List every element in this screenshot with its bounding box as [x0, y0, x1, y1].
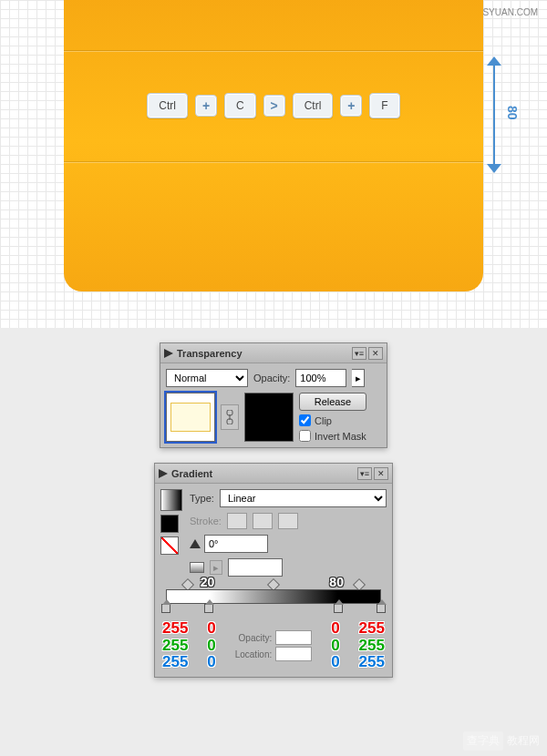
- chevron-right-icon: >: [263, 95, 285, 117]
- panel-header[interactable]: Transparency ▾≡ ✕: [160, 343, 387, 363]
- gradient-type-select[interactable]: Linear: [220, 489, 387, 507]
- link-mask-icon[interactable]: [221, 404, 239, 430]
- stroke-none-swatch[interactable]: [160, 536, 179, 555]
- dimension-value: 80: [505, 106, 520, 120]
- invert-mask-checkbox-input[interactable]: [299, 430, 311, 442]
- gradient-stop[interactable]: [204, 604, 213, 613]
- panel-header[interactable]: Gradient ▾≡ ✕: [155, 464, 392, 484]
- orange-card-shape[interactable]: Ctrl + C > Ctrl + F: [64, 0, 483, 291]
- stop-3-rgb: 0 0 0: [331, 620, 339, 671]
- opacity-input[interactable]: [295, 369, 346, 387]
- aspect-input[interactable]: [228, 558, 283, 577]
- angle-input[interactable]: [204, 535, 268, 553]
- collapse-triangle-icon[interactable]: [164, 349, 173, 358]
- watermark-sub: 教程网: [507, 733, 540, 749]
- panel-menu-icon[interactable]: ▾≡: [357, 467, 372, 480]
- stop-2-rgb: 0 0 0: [207, 620, 215, 671]
- type-label: Type:: [190, 493, 214, 504]
- panel-menu-icon[interactable]: ▾≡: [352, 347, 366, 360]
- gradient-stop[interactable]: [377, 604, 386, 613]
- stop-location-input[interactable]: [275, 647, 312, 661]
- key-f: F: [369, 93, 399, 118]
- stroke-label: Stroke:: [190, 516, 222, 526]
- panel-close-icon[interactable]: ✕: [374, 467, 388, 480]
- svg-marker-0: [164, 349, 173, 358]
- invert-mask-checkbox[interactable]: Invert Mask: [299, 430, 366, 442]
- clip-checkbox-input[interactable]: [299, 414, 311, 426]
- gradient-stop[interactable]: [334, 604, 343, 613]
- arrow-down-icon: [487, 164, 501, 173]
- collapse-triangle-icon[interactable]: [159, 469, 168, 478]
- stroke-option-3[interactable]: [278, 513, 298, 529]
- panel-title: Transparency: [177, 348, 243, 359]
- key-c: C: [224, 93, 256, 118]
- release-button[interactable]: Release: [299, 393, 366, 411]
- dimension-arrow: [485, 56, 503, 173]
- gradient-stop[interactable]: [161, 604, 170, 613]
- panel-close-icon[interactable]: ✕: [368, 347, 383, 360]
- clip-checkbox[interactable]: Clip: [299, 414, 366, 426]
- gradient-stop-colors: 255 255 255 0 0 0 Opacity: Location: 0 0…: [160, 620, 387, 671]
- transparency-panel: Transparency ▾≡ ✕ Normal Opacity: ▸: [160, 342, 387, 448]
- opacity-label: Opacity:: [253, 373, 290, 383]
- keyboard-shortcut-diagram: Ctrl + C > Ctrl + F: [64, 93, 483, 118]
- midpoint-label-left: 20: [201, 575, 215, 589]
- svg-marker-4: [159, 469, 168, 478]
- blend-mode-select[interactable]: Normal: [166, 369, 248, 387]
- aspect-lock-icon[interactable]: ▸: [210, 560, 222, 575]
- stop-1-rgb: 255 255 255: [162, 620, 188, 671]
- plus-icon: +: [195, 95, 217, 117]
- fill-swatch[interactable]: [160, 515, 179, 533]
- stop-4-rgb: 255 255 255: [359, 620, 385, 671]
- stroke-option-2[interactable]: [253, 513, 273, 529]
- gradient-ramp[interactable]: 20 80: [166, 589, 381, 604]
- gradient-swatch[interactable]: [160, 489, 182, 511]
- gradient-bar[interactable]: [166, 589, 381, 604]
- panel-title: Gradient: [171, 468, 212, 479]
- opacity-stepper-icon[interactable]: ▸: [352, 369, 365, 387]
- key-ctrl-1: Ctrl: [147, 93, 188, 118]
- gradient-panel: Gradient ▾≡ ✕ Type:: [154, 463, 393, 678]
- panels-area: Transparency ▾≡ ✕ Normal Opacity: ▸: [0, 328, 547, 756]
- artwork-thumbnail[interactable]: [166, 393, 215, 442]
- plus-icon: +: [340, 95, 362, 117]
- design-canvas[interactable]: 思缘设计论坛 WWW.MISSYUAN.COM Ctrl + C > Ctrl …: [0, 0, 547, 328]
- stroke-option-1[interactable]: [227, 513, 247, 529]
- dimension-line: [493, 64, 495, 166]
- key-ctrl-2: Ctrl: [293, 93, 334, 118]
- watermark-bottom: 查字典 教程网: [463, 731, 540, 751]
- angle-icon: [190, 539, 201, 548]
- mask-thumbnail[interactable]: [244, 393, 294, 442]
- midpoint-label-right: 80: [329, 575, 344, 589]
- stop-field-labels: Opacity: Location:: [235, 620, 313, 671]
- watermark-brand: 查字典: [463, 731, 503, 751]
- aspect-icon: [190, 562, 204, 573]
- stop-opacity-input[interactable]: [275, 630, 312, 645]
